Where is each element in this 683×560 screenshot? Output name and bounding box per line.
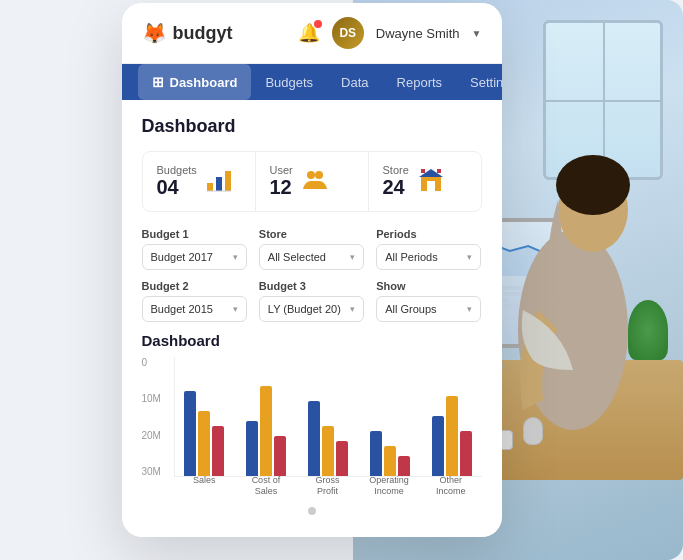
budget1-arrow: ▾ (233, 252, 238, 262)
bar-other-blue (432, 416, 444, 476)
nav-settings[interactable]: Settings (456, 65, 501, 100)
periods-arrow: ▾ (467, 252, 472, 262)
stat-users-label: User (270, 164, 293, 176)
filter-row-2: Budget 2 Budget 2015 ▾ Budget 3 LY (Budg… (142, 280, 482, 322)
page-indicator (142, 497, 482, 521)
svg-rect-14 (437, 169, 441, 173)
nav-data-label: Data (341, 75, 368, 90)
stat-stores-label: Store (383, 164, 409, 176)
store-icon (417, 165, 445, 199)
nav-reports[interactable]: Reports (383, 65, 457, 100)
content-area: Dashboard Budgets 04 (122, 100, 502, 537)
bar-gross-gold (322, 426, 334, 476)
x-label-operating: OperatingIncome (358, 475, 420, 497)
bar-group-sales (175, 391, 233, 476)
store-select[interactable]: All Selected ▾ (259, 244, 364, 270)
chart-x-labels: Sales Cost ofSales GrossProfit Operating… (174, 475, 482, 497)
bar-cost-blue (246, 421, 258, 476)
scene: 🦊 budgyt 🔔 DS Dwayne Smith ▼ ⊞ Dashboard… (0, 0, 683, 560)
periods-select[interactable]: All Periods ▾ (376, 244, 481, 270)
show-label: Show (376, 280, 481, 292)
stat-users: User 12 (256, 152, 369, 211)
chart-bars (174, 357, 482, 477)
nav-bar: ⊞ Dashboard Budgets Data Reports Setting… (122, 64, 502, 100)
dashboard-icon: ⊞ (152, 74, 164, 90)
bar-gross-blue (308, 401, 320, 476)
nav-data[interactable]: Data (327, 65, 382, 100)
logo-icon: 🦊 (142, 21, 167, 45)
nav-dashboard[interactable]: ⊞ Dashboard (138, 64, 252, 100)
chart-title: Dashboard (142, 332, 482, 349)
user-name: Dwayne Smith (376, 26, 460, 41)
nav-budgets-label: Budgets (265, 75, 313, 90)
y-label-0: 0 (142, 357, 170, 368)
person-silhouette (483, 130, 663, 490)
budget2-select[interactable]: Budget 2015 ▾ (142, 296, 247, 322)
budget2-arrow: ▾ (233, 304, 238, 314)
nav-dashboard-label: Dashboard (170, 75, 238, 90)
stat-budgets-label: Budgets (157, 164, 197, 176)
notification-bell[interactable]: 🔔 (298, 22, 320, 44)
svg-rect-4 (207, 183, 213, 191)
notification-dot (314, 20, 322, 28)
users-icon (301, 165, 329, 199)
x-label-sales: Sales (174, 475, 236, 497)
user-dropdown-arrow[interactable]: ▼ (472, 28, 482, 39)
budget2-filter: Budget 2 Budget 2015 ▾ (142, 280, 247, 322)
budget1-select[interactable]: Budget 2017 ▾ (142, 244, 247, 270)
bar-gross-red (336, 441, 348, 476)
bar-group-other (423, 396, 481, 476)
chart-section: Dashboard 30M 20M 10M 0 (142, 332, 482, 497)
svg-point-9 (315, 171, 323, 179)
store-filter: Store All Selected ▾ (259, 228, 364, 270)
stat-budgets: Budgets 04 (143, 152, 256, 211)
bar-group-cost (237, 386, 295, 476)
show-filter: Show All Groups ▾ (376, 280, 481, 322)
bar-sales-blue (184, 391, 196, 476)
budget1-filter: Budget 1 Budget 2017 ▾ (142, 228, 247, 270)
bar-cost-gold (260, 386, 272, 476)
x-label-other: OtherIncome (420, 475, 482, 497)
chart-y-labels: 30M 20M 10M 0 (142, 357, 170, 477)
x-label-cost: Cost ofSales (235, 475, 297, 497)
bar-group-operating (361, 431, 419, 476)
nav-reports-label: Reports (397, 75, 443, 90)
svg-point-3 (556, 155, 630, 215)
budget3-arrow: ▾ (350, 304, 355, 314)
budget3-label: Budget 3 (259, 280, 364, 292)
logo-text: budgyt (173, 23, 233, 44)
avatar: DS (332, 17, 364, 49)
periods-filter: Periods All Periods ▾ (376, 228, 481, 270)
stat-users-value: 12 (270, 176, 293, 199)
budget2-label: Budget 2 (142, 280, 247, 292)
show-arrow: ▾ (467, 304, 472, 314)
bar-op-gold (384, 446, 396, 476)
bar-op-blue (370, 431, 382, 476)
store-arrow: ▾ (350, 252, 355, 262)
bar-op-red (398, 456, 410, 476)
budget1-label: Budget 1 (142, 228, 247, 240)
budget3-filter: Budget 3 LY (Budget 20) ▾ (259, 280, 364, 322)
budget3-select[interactable]: LY (Budget 20) ▾ (259, 296, 364, 322)
bar-sales-gold (198, 411, 210, 476)
stat-stores-value: 24 (383, 176, 409, 199)
page-title: Dashboard (142, 116, 482, 137)
filter-row-1: Budget 1 Budget 2017 ▾ Store All Selecte… (142, 228, 482, 270)
periods-label: Periods (376, 228, 481, 240)
bar-sales-red (212, 426, 224, 476)
nav-budgets[interactable]: Budgets (251, 65, 327, 100)
stat-budgets-value: 04 (157, 176, 197, 199)
logo-area: 🦊 budgyt (142, 21, 233, 45)
nav-settings-label: Settings (470, 75, 501, 90)
header-right: 🔔 DS Dwayne Smith ▼ (298, 17, 482, 49)
chart-area: 30M 20M 10M 0 (142, 357, 482, 497)
x-label-gross: GrossProfit (297, 475, 359, 497)
show-select[interactable]: All Groups ▾ (376, 296, 481, 322)
svg-rect-6 (225, 171, 231, 191)
bar-other-gold (446, 396, 458, 476)
svg-point-8 (307, 171, 315, 179)
svg-rect-12 (427, 181, 435, 191)
y-label-30m: 30M (142, 466, 170, 477)
budgets-icon (205, 165, 233, 199)
app-header: 🦊 budgyt 🔔 DS Dwayne Smith ▼ (122, 3, 502, 64)
